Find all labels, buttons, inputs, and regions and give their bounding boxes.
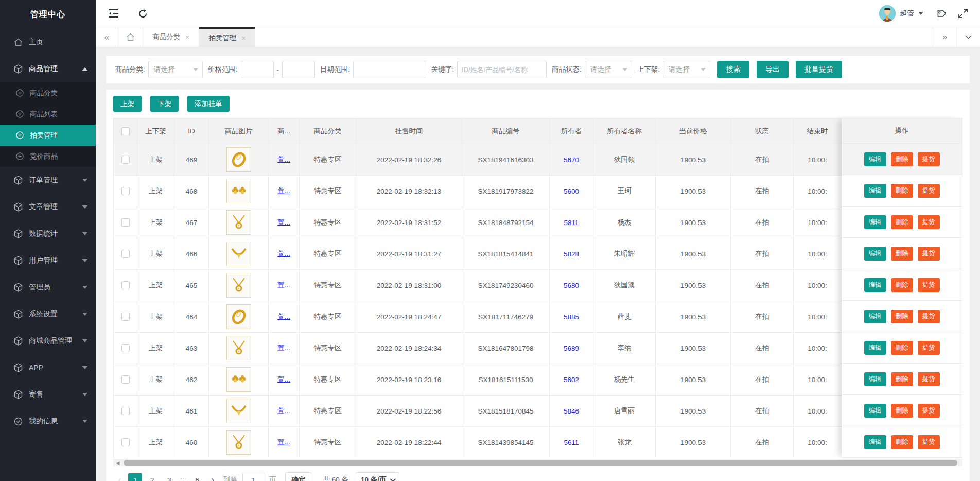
sidebar-subitem[interactable]: 商品分类 [0,82,96,104]
sidebar-item[interactable]: 数据统计 [0,220,96,247]
product-name-link[interactable]: 萱... [277,313,290,320]
select-all-checkbox[interactable] [121,127,130,135]
product-image[interactable] [226,210,251,235]
pickup-button[interactable]: 提货 [918,310,940,323]
sidebar-item[interactable]: 用户管理 [0,247,96,274]
row-checkbox[interactable] [121,313,130,321]
scrollbar-thumb[interactable] [124,460,957,466]
owner-id-link[interactable]: 5828 [564,250,579,258]
fullscreen-icon[interactable] [957,8,969,19]
row-checkbox[interactable] [121,250,130,258]
pickup-button[interactable]: 提货 [918,152,940,166]
tabs-scroll-right-icon[interactable]: » [933,27,956,47]
product-name-link[interactable]: 萱... [277,407,290,415]
pickup-button[interactable]: 提货 [918,247,940,261]
product-name-link[interactable]: 萱... [277,438,290,446]
tabs-scroll-left-icon[interactable]: « [96,27,118,47]
delete-button[interactable]: 删除 [891,247,913,261]
sidebar-subitem[interactable]: 商品列表 [0,104,96,125]
product-name-link[interactable]: 萱... [277,375,290,383]
delete-button[interactable]: 删除 [891,152,913,166]
row-checkbox[interactable] [121,187,130,195]
owner-id-link[interactable]: 5611 [564,439,579,446]
product-image[interactable] [226,399,251,423]
delete-button[interactable]: 删除 [891,372,913,386]
sidebar-item[interactable]: 寄售 [0,381,96,408]
export-button[interactable]: 导出 [757,61,789,78]
pickup-button[interactable]: 提货 [918,184,940,198]
owner-id-link[interactable]: 5689 [564,345,579,352]
product-image[interactable] [226,430,251,455]
sidebar-item[interactable]: 商城商品管理 [0,328,96,354]
goto-confirm-button[interactable]: 确定 [285,472,311,481]
search-button[interactable]: 搜索 [717,61,749,78]
refresh-icon[interactable] [137,8,148,19]
date-range-input[interactable] [353,61,426,78]
row-checkbox[interactable] [121,438,130,446]
sidebar-subitem[interactable]: 拍卖管理 [0,125,96,146]
delete-button[interactable]: 删除 [891,278,913,292]
owner-id-link[interactable]: 5602 [564,376,579,384]
edit-button[interactable]: 编辑 [864,372,886,386]
product-name-link[interactable]: 萱... [277,281,290,289]
page-size-select[interactable]: 10 条/页 [356,472,400,481]
sidebar-item[interactable]: 商品管理 [0,56,96,82]
price-min-input[interactable] [241,61,274,78]
page-button[interactable]: 2 [145,473,159,481]
sidebar-item[interactable]: 我的信息 [0,408,96,435]
sidebar-item[interactable]: 文章管理 [0,194,96,220]
edit-button[interactable]: 编辑 [864,435,886,449]
product-image[interactable] [226,273,251,298]
owner-id-link[interactable]: 5846 [564,407,579,415]
row-checkbox[interactable] [121,375,130,384]
product-image[interactable] [226,147,251,172]
page-button[interactable]: 3 [162,473,176,481]
edit-button[interactable]: 编辑 [864,247,886,261]
owner-id-link[interactable]: 5600 [564,187,579,195]
edit-button[interactable]: 编辑 [864,341,886,355]
product-image[interactable] [226,336,251,360]
row-checkbox[interactable] [121,218,130,227]
on-shelf-button[interactable]: 上架 [113,96,142,112]
prev-page-icon[interactable]: ‹ [114,475,125,481]
product-name-link[interactable]: 萱... [277,250,290,257]
owner-id-link[interactable]: 5885 [564,313,579,321]
sidebar-item[interactable]: APP [0,354,96,381]
delete-button[interactable]: 删除 [891,404,913,418]
collapse-sidebar-icon[interactable] [108,8,119,19]
edit-button[interactable]: 编辑 [864,184,886,198]
row-checkbox[interactable] [121,407,130,415]
edit-button[interactable]: 编辑 [864,215,886,229]
pickup-button[interactable]: 提货 [918,215,940,229]
pickup-button[interactable]: 提货 [918,372,940,386]
product-name-link[interactable]: 萱... [277,344,290,352]
add-listing-button[interactable]: 添加挂单 [187,96,230,112]
horizontal-scrollbar[interactable]: ◀ [113,459,962,466]
pickup-button[interactable]: 提货 [918,435,940,449]
scrollbar-left-arrow-icon[interactable]: ◀ [114,459,121,466]
sidebar-subitem[interactable]: 竞价商品 [0,146,96,167]
close-icon[interactable]: × [185,33,189,41]
pickup-button[interactable]: 提货 [918,341,940,355]
page-button[interactable]: 6 [190,473,204,481]
tabs-menu-icon[interactable] [956,27,980,47]
shelf-select[interactable]: 请选择 [663,61,710,78]
category-select[interactable]: 请选择 [148,61,203,78]
delete-button[interactable]: 删除 [891,341,913,355]
tag-icon[interactable] [935,8,946,19]
product-image[interactable] [226,242,251,266]
tab[interactable]: 拍卖管理× [199,27,255,47]
sidebar-item[interactable]: 主页 [0,29,96,56]
owner-id-link[interactable]: 5811 [564,219,579,227]
edit-button[interactable]: 编辑 [864,404,886,418]
product-image[interactable] [226,179,251,203]
sidebar-item[interactable]: 管理员 [0,274,96,301]
close-icon[interactable]: × [241,34,246,42]
batch-pickup-button[interactable]: 批量提货 [796,61,842,78]
pickup-button[interactable]: 提货 [918,278,940,292]
sidebar-item[interactable]: 订单管理 [0,167,96,194]
product-image[interactable] [226,367,251,392]
pickup-button[interactable]: 提货 [918,404,940,418]
status-select[interactable]: 请选择 [585,61,632,78]
keyword-input[interactable] [457,61,547,78]
